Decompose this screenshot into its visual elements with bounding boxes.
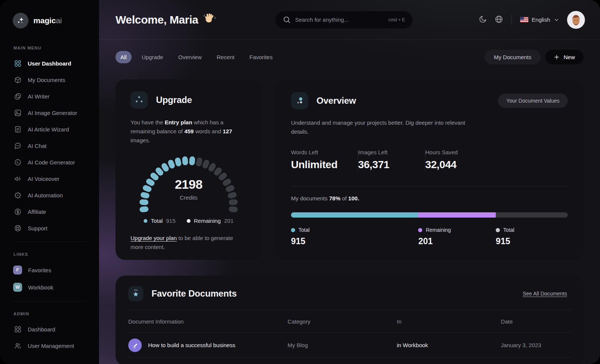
topbar-actions: English xyxy=(478,11,585,29)
toolbar: AllUpgradeOverviewRecentFavorites My Doc… xyxy=(116,50,584,64)
user-avatar[interactable] xyxy=(567,11,585,29)
gauge-legend: Total915Remaining201 xyxy=(130,218,247,224)
search-input[interactable] xyxy=(295,16,384,23)
upgrade-plan-link[interactable]: Upgrade your plan xyxy=(130,235,177,241)
sidebar-item-affiliate[interactable]: Affiliate xyxy=(0,203,99,220)
image-icon xyxy=(14,109,22,117)
sidebar-item-ai-image-generator[interactable]: AI Image Generator xyxy=(0,104,99,121)
sidebar-item-ai-code-generator[interactable]: AI Code Generator xyxy=(0,154,99,170)
sidebar-item-label: Dashboard xyxy=(28,326,55,333)
nav-section-label: ADMIN xyxy=(0,306,99,321)
documents-progress-bar xyxy=(291,212,568,218)
language-selector[interactable]: English xyxy=(520,16,560,23)
badge-f-icon: F xyxy=(13,266,22,274)
progress-legend-item: Total915 xyxy=(291,227,310,246)
tab-favorites[interactable]: Favorites xyxy=(244,51,278,63)
brand-name: magicai xyxy=(33,16,62,25)
overview-card: Overview Your Document Values Understand… xyxy=(275,79,584,260)
sidebar-item-favorites[interactable]: FFavorites xyxy=(0,261,99,279)
sidebar-item-my-documents[interactable]: My Documents xyxy=(0,72,99,88)
stat-value: 32,044 xyxy=(425,159,476,171)
legend-dot-icon xyxy=(418,228,422,232)
gauge-legend-item: Remaining201 xyxy=(187,218,234,224)
overview-card-header: Overview Your Document Values xyxy=(291,92,568,109)
app-window: magicai MAIN MENUUser DashboardMy Docume… xyxy=(0,0,600,364)
tab-overview[interactable]: Overview xyxy=(173,51,207,63)
language-label: English xyxy=(532,16,550,23)
legend-dot-icon xyxy=(496,228,500,232)
nav-section-label: LINKS xyxy=(0,247,99,261)
sidebar-item-ai-article-wizard[interactable]: AI Article Wizard xyxy=(0,121,99,137)
dots-cluster-icon xyxy=(291,92,308,109)
waving-hand-emoji-icon xyxy=(203,12,215,27)
document-date: January 3, 2023 xyxy=(501,342,571,348)
progress-bar-segment xyxy=(418,212,496,218)
sidebar-item-label: AI Article Wizard xyxy=(28,126,69,133)
document-values-button[interactable]: Your Document Values xyxy=(498,94,568,108)
documents-table-head: Document InformationCategoryInDate xyxy=(128,310,572,333)
topbar: Welcome, Maria xyxy=(99,0,600,40)
sidebar-item-ai-writer[interactable]: AI Writer xyxy=(0,88,99,104)
sidebar-item-user-management[interactable]: User Management xyxy=(0,337,99,354)
see-all-documents-link[interactable]: See All Documents xyxy=(523,291,567,297)
cube-icon xyxy=(14,76,22,84)
tab-upgrade[interactable]: Upgrade xyxy=(137,51,168,63)
sidebar-item-label: AI Code Generator xyxy=(28,159,75,166)
legend-value: 201 xyxy=(418,236,451,246)
toolbar-actions: My Documents New xyxy=(484,50,584,64)
table-row[interactable]: How to build a successful businessMy Blo… xyxy=(128,333,572,358)
document-info-cell: How to build a successful business xyxy=(128,339,288,352)
documents-table-body: How to build a successful businessMy Blo… xyxy=(128,333,572,358)
gauge-value: 2198 xyxy=(175,177,202,192)
legend-label: Remaining xyxy=(426,227,451,233)
stat-words-left: Words LeftUnlimited xyxy=(291,149,358,171)
legend-dot-icon xyxy=(187,219,190,223)
legend-value: 915 xyxy=(291,236,310,246)
document-location: in Workbook xyxy=(397,342,501,348)
sidebar-divider xyxy=(14,242,86,242)
chevron-down-icon xyxy=(554,17,560,23)
theme-toggle-button[interactable] xyxy=(478,15,487,25)
globe-icon xyxy=(495,15,503,25)
overview-divider xyxy=(291,186,568,186)
stat-value: 36,371 xyxy=(358,159,408,171)
legend-label: Remaining xyxy=(194,218,221,224)
dashboard-grid-icon xyxy=(14,325,22,333)
sidebar: magicai MAIN MENUUser DashboardMy Docume… xyxy=(0,0,99,364)
sidebar-item-dashboard[interactable]: Dashboard xyxy=(0,321,99,337)
sidebar-item-ai-voiceover[interactable]: AI Voiceover xyxy=(0,170,99,187)
favorite-documents-card: Favorite Documents See All Documents Doc… xyxy=(116,276,584,364)
sidebar-item-support[interactable]: Support xyxy=(0,220,99,236)
tab-recent[interactable]: Recent xyxy=(212,51,240,63)
us-flag-icon xyxy=(520,17,528,22)
gauge-center: 2198 Credits xyxy=(175,177,202,201)
legend-value: 201 xyxy=(224,218,234,224)
code-icon xyxy=(14,158,22,166)
sidebar-item-ai-chat[interactable]: AI Chat xyxy=(0,137,99,154)
tab-all[interactable]: All xyxy=(116,51,132,63)
dashboard-grid-icon xyxy=(14,59,22,67)
brand[interactable]: magicai xyxy=(0,11,99,40)
search-shortcut: cmd + E xyxy=(388,17,405,22)
new-button-label: New xyxy=(564,54,575,60)
sidebar-item-workbook[interactable]: WWorkbook xyxy=(0,279,99,296)
my-documents-button[interactable]: My Documents xyxy=(484,50,541,64)
sidebar-item-label: User Dashboard xyxy=(28,60,71,67)
legend-dot-icon xyxy=(291,228,295,232)
filter-tabs: AllUpgradeOverviewRecentFavorites xyxy=(116,51,278,63)
new-button[interactable]: New xyxy=(545,50,584,64)
sidebar-item-ai-automation[interactable]: AI Automation xyxy=(0,187,99,203)
gauge-unit: Credits xyxy=(175,194,202,201)
sidebar-item-user-dashboard[interactable]: User Dashboard xyxy=(0,55,99,72)
search-icon xyxy=(283,16,291,24)
page-title: Welcome, Maria xyxy=(116,12,275,27)
sidebar-divider xyxy=(14,301,86,301)
overview-card-title: Overview xyxy=(316,95,356,106)
globe-button[interactable] xyxy=(495,15,503,25)
progress-bar-segment xyxy=(291,212,418,218)
sidebar-item-label: AI Chat xyxy=(28,143,46,149)
legend-row: Remaining xyxy=(418,227,451,233)
overview-description: Understand and manage your projects bett… xyxy=(291,118,468,136)
search-bar[interactable]: cmd + E xyxy=(275,11,412,28)
nav-section-label: MAIN MENU xyxy=(0,40,99,55)
